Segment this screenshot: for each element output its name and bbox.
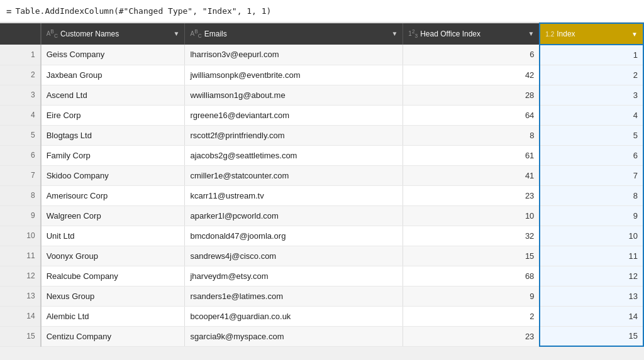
table-row: 14Alembic Ltdbcooper41@guardian.co.uk214 bbox=[0, 306, 643, 326]
table-row: 6Family Corpajacobs2g@seattletimes.com61… bbox=[0, 145, 643, 165]
row-number: 14 bbox=[0, 306, 41, 326]
table-row: 2Jaxbean Groupjwilliamsonpk@eventbrite.c… bbox=[0, 65, 643, 85]
table-row: 13Nexus Grouprsanders1e@latimes.com913 bbox=[0, 286, 643, 306]
col-label-hoi: Head Office Index bbox=[420, 30, 480, 38]
cell-customer-name: Walgreen Corp bbox=[41, 205, 185, 226]
cell-customer-name: Blogtags Ltd bbox=[41, 125, 185, 145]
cell-head-office-index: 23 bbox=[403, 185, 540, 205]
cell-email: bcooper41@guardian.co.uk bbox=[185, 306, 403, 326]
col-header-index[interactable]: 1.2 Index ▼ bbox=[540, 23, 643, 45]
cell-index: 3 bbox=[540, 85, 643, 105]
cell-index: 10 bbox=[540, 226, 643, 246]
cell-index: 14 bbox=[540, 306, 643, 326]
cell-head-office-index: 28 bbox=[403, 85, 540, 105]
cell-index: 9 bbox=[540, 205, 643, 226]
cell-index: 8 bbox=[540, 185, 643, 205]
dropdown-icon-index[interactable]: ▼ bbox=[631, 31, 638, 38]
cell-email: kcarr11@ustream.tv bbox=[185, 185, 403, 205]
cell-head-office-index: 61 bbox=[403, 145, 540, 165]
table-row: 4Eire Corprgreene16@deviantart.com644 bbox=[0, 105, 643, 125]
data-table: ABC Customer Names ▼ ABC Emails ▼ 123 bbox=[0, 23, 644, 347]
cell-customer-name: Geiss Company bbox=[41, 45, 185, 65]
abc-icon-names: ABC bbox=[47, 28, 58, 39]
row-number: 1 bbox=[0, 45, 41, 65]
cell-customer-name: Nexus Group bbox=[41, 286, 185, 306]
formula-text: Table.AddIndexColumn(#"Changed Type", "I… bbox=[15, 6, 271, 16]
cell-customer-name: Centizu Company bbox=[41, 326, 185, 346]
cell-customer-name: Ascend Ltd bbox=[41, 85, 185, 105]
cell-index: 12 bbox=[540, 266, 643, 286]
cell-index: 11 bbox=[540, 246, 643, 266]
col-label-index: Index bbox=[557, 30, 575, 38]
cell-head-office-index: 9 bbox=[403, 286, 540, 306]
cell-index: 5 bbox=[540, 125, 643, 145]
table-row: 1Geiss Companylharrison3v@eepurl.com61 bbox=[0, 45, 643, 65]
row-number: 6 bbox=[0, 145, 41, 165]
cell-head-office-index: 2 bbox=[403, 306, 540, 326]
col-header-emails[interactable]: ABC Emails ▼ bbox=[185, 23, 403, 45]
abc-icon-emails: ABC bbox=[190, 28, 201, 39]
cell-index: 7 bbox=[540, 165, 643, 185]
row-number: 10 bbox=[0, 226, 41, 246]
table-row: 7Skidoo Companycmiller1e@statcounter.com… bbox=[0, 165, 643, 185]
cell-customer-name: Eire Corp bbox=[41, 105, 185, 125]
cell-email: rscott2f@printfriendly.com bbox=[185, 125, 403, 145]
cell-email: lharrison3v@eepurl.com bbox=[185, 45, 403, 65]
col-header-rownum bbox=[0, 23, 41, 45]
cell-customer-name: Jaxbean Group bbox=[41, 65, 185, 85]
dropdown-icon-emails[interactable]: ▼ bbox=[391, 30, 397, 37]
cell-head-office-index: 41 bbox=[403, 165, 540, 185]
row-number: 5 bbox=[0, 125, 41, 145]
cell-head-office-index: 68 bbox=[403, 266, 540, 286]
table-row: 8Amerisourc Corpkcarr11@ustream.tv238 bbox=[0, 185, 643, 205]
cell-head-office-index: 23 bbox=[403, 326, 540, 346]
cell-customer-name: Family Corp bbox=[41, 145, 185, 165]
cell-email: rgreene16@deviantart.com bbox=[185, 105, 403, 125]
row-number: 11 bbox=[0, 246, 41, 266]
formula-bar: = Table.AddIndexColumn(#"Changed Type", … bbox=[0, 0, 644, 23]
num-icon-hoi: 123 bbox=[408, 28, 418, 39]
data-table-container: ABC Customer Names ▼ ABC Emails ▼ 123 bbox=[0, 23, 644, 347]
cell-email: cmiller1e@statcounter.com bbox=[185, 165, 403, 185]
cell-email: rsanders1e@latimes.com bbox=[185, 286, 403, 306]
cell-customer-name: Realcube Company bbox=[41, 266, 185, 286]
cell-email: jharveydm@etsy.com bbox=[185, 266, 403, 286]
cell-email: aparker1l@pcworld.com bbox=[185, 205, 403, 226]
dropdown-icon-names[interactable]: ▼ bbox=[174, 30, 180, 37]
table-row: 15Centizu Companysgarcia9k@myspace.com23… bbox=[0, 326, 643, 346]
row-number: 7 bbox=[0, 165, 41, 185]
row-number: 15 bbox=[0, 326, 41, 346]
cell-head-office-index: 64 bbox=[403, 105, 540, 125]
cell-index: 4 bbox=[540, 105, 643, 125]
table-row: 10Unit Ltdbmcdonald47@joomla.org3210 bbox=[0, 226, 643, 246]
cell-index: 1 bbox=[540, 45, 643, 65]
col-header-customer-names[interactable]: ABC Customer Names ▼ bbox=[41, 23, 185, 45]
cell-email: ajacobs2g@seattletimes.com bbox=[185, 145, 403, 165]
cell-customer-name: Alembic Ltd bbox=[41, 306, 185, 326]
row-number: 12 bbox=[0, 266, 41, 286]
cell-index: 2 bbox=[540, 65, 643, 85]
cell-email: sgarcia9k@myspace.com bbox=[185, 326, 403, 346]
table-row: 12Realcube Companyjharveydm@etsy.com6812 bbox=[0, 266, 643, 286]
cell-customer-name: Skidoo Company bbox=[41, 165, 185, 185]
cell-head-office-index: 8 bbox=[403, 125, 540, 145]
cell-index: 13 bbox=[540, 286, 643, 306]
cell-index: 15 bbox=[540, 326, 643, 346]
cell-head-office-index: 32 bbox=[403, 226, 540, 246]
row-number: 4 bbox=[0, 105, 41, 125]
cell-head-office-index: 10 bbox=[403, 205, 540, 226]
equals-sign: = bbox=[6, 6, 11, 16]
cell-index: 6 bbox=[540, 145, 643, 165]
table-row: 9Walgreen Corpaparker1l@pcworld.com109 bbox=[0, 205, 643, 226]
col-header-head-office-index[interactable]: 123 Head Office Index ▼ bbox=[403, 23, 540, 45]
table-row: 3Ascend Ltdwwilliamson1g@about.me283 bbox=[0, 85, 643, 105]
cell-email: bmcdonald47@joomla.org bbox=[185, 226, 403, 246]
cell-customer-name: Unit Ltd bbox=[41, 226, 185, 246]
num-icon-index: 1.2 bbox=[545, 31, 554, 38]
table-row: 5Blogtags Ltdrscott2f@printfriendly.com8… bbox=[0, 125, 643, 145]
cell-email: jwilliamsonpk@eventbrite.com bbox=[185, 65, 403, 85]
dropdown-icon-hoi[interactable]: ▼ bbox=[528, 30, 534, 37]
table-row: 11Voonyx Groupsandrews4j@cisco.com1511 bbox=[0, 246, 643, 266]
col-label-customer-names: Customer Names bbox=[60, 30, 119, 38]
row-number: 13 bbox=[0, 286, 41, 306]
